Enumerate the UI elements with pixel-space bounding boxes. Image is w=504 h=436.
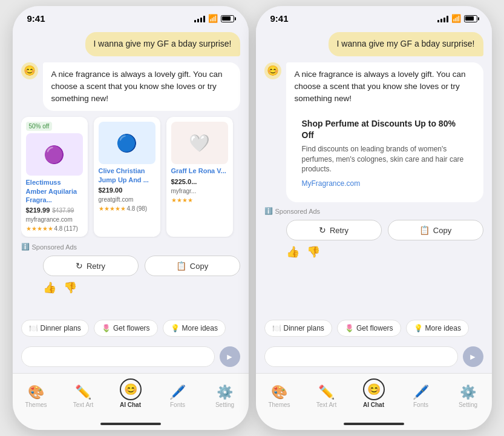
nav-fonts-right[interactable]: 🖊️ Fonts: [404, 385, 438, 408]
user-message-left: I wanna give my GF a bday surprise!: [85, 32, 240, 56]
themes-icon-left: 🎨: [28, 385, 44, 400]
thumbs-up-left[interactable]: 👍: [43, 281, 56, 294]
ideas-emoji-right: 💡: [414, 324, 423, 332]
product-card-1[interactable]: 50% off 🟣 Electimuss Amber Aquilaria Fra…: [21, 117, 88, 237]
bottom-nav-left: 🎨 Themes ✏️ Text Art 😊 AI Chat 🖊️ Fonts …: [13, 373, 249, 418]
fonts-icon-right: 🖊️: [413, 385, 429, 400]
dinner-emoji-right: 🍽️: [272, 324, 281, 332]
product-price-1: $219.99: [26, 206, 50, 214]
chat-area-left: I wanna give my GF a bday surprise! 😊 A …: [13, 26, 249, 315]
retry-button-right[interactable]: ↻ Retry: [286, 220, 382, 240]
product-store-3: myfragr...: [171, 188, 228, 194]
like-row-right: 👍 👎: [264, 245, 483, 259]
left-phone: 9:41 📶 I wanna give my GF a bday surpris…: [13, 6, 249, 430]
product-price-3: $225.0...: [171, 178, 197, 185]
send-button-right[interactable]: ►: [463, 346, 483, 367]
nav-setting-right[interactable]: ⚙️ Setting: [451, 385, 485, 408]
nav-aichat-left[interactable]: 😊 AI Chat: [114, 378, 148, 408]
nav-label-themes-right: Themes: [268, 401, 290, 408]
product-stars-3: ★★★★: [171, 197, 228, 203]
thumbs-down-left[interactable]: 👎: [64, 281, 77, 294]
nav-label-textart-right: Text Art: [316, 401, 336, 408]
status-icons-left: 📶: [194, 14, 234, 23]
copy-button-left[interactable]: 📋 Copy: [145, 256, 240, 276]
user-message-right: I wanna give my GF a bday surprise!: [329, 32, 483, 56]
chat-input-right[interactable]: [264, 346, 458, 367]
battery-icon: [221, 15, 234, 22]
product-store-1: myfragrance.com: [26, 216, 83, 223]
status-time-right: 9:41: [270, 13, 289, 24]
stars-3: ★★★★: [171, 197, 193, 203]
nav-label-textart-left: Text Art: [73, 401, 93, 408]
product-price-old-1: $437.99: [52, 207, 74, 214]
ad-link-right[interactable]: MyFragrance.com: [302, 178, 468, 189]
product-image-2: 🔵: [99, 122, 155, 164]
chat-area-right: I wanna give my GF a bday surprise! 😊 A …: [256, 26, 492, 315]
rating-2: 4.8: [127, 205, 136, 212]
input-bar-left: ►: [13, 342, 249, 373]
nav-themes-left[interactable]: 🎨 Themes: [19, 385, 53, 408]
phones-container: 9:41 📶 I wanna give my GF a bday surpris…: [13, 6, 492, 430]
product-card-2[interactable]: 🔵 Clive Christian Jump Up And ... $219.0…: [94, 117, 160, 237]
retry-button-left[interactable]: ↻ Retry: [43, 256, 139, 276]
nav-themes-right[interactable]: 🎨 Themes: [263, 385, 296, 408]
home-indicator-left: [13, 418, 249, 430]
right-phone: 9:41 📶 I wanna give my GF a bday surpris…: [256, 6, 492, 430]
nav-textart-left[interactable]: ✏️ Text Art: [67, 385, 100, 408]
nav-setting-left[interactable]: ⚙️ Setting: [208, 385, 242, 408]
count-2: (98): [136, 205, 147, 212]
nav-label-fonts-right: Fonts: [413, 401, 428, 408]
nav-label-aichat-left: AI Chat: [120, 401, 141, 408]
retry-icon-left: ↻: [76, 261, 83, 271]
status-time-left: 9:41: [27, 13, 45, 24]
ad-card-right[interactable]: Shop Perfume at Discounts Up to 80% Off …: [295, 111, 475, 196]
product-stars-1: ★★★★★ 4.8 (117): [26, 225, 83, 232]
like-row-left: 👍 👎: [21, 281, 240, 294]
chat-input-left[interactable]: [21, 346, 215, 367]
products-scroll-left[interactable]: 50% off 🟣 Electimuss Amber Aquilaria Fra…: [21, 116, 240, 238]
nav-textart-right[interactable]: ✏️ Text Art: [310, 385, 344, 408]
nav-label-aichat-right: AI Chat: [363, 401, 384, 408]
ai-message-block-left: 😊 A nice fragrance is always a lovely gi…: [21, 62, 240, 295]
product-price-row-3: $225.0...: [171, 178, 228, 185]
home-bar-right: [344, 423, 404, 425]
copy-icon-left: 📋: [176, 261, 186, 271]
suggestion-flowers-right[interactable]: 🌷 Get flowers: [337, 320, 401, 337]
suggestions-bar-left: 🍽️ Dinner plans 🌷 Get flowers 💡 More ide…: [13, 315, 249, 342]
suggestion-dinner-right[interactable]: 🍽️ Dinner plans: [264, 320, 332, 337]
sponsored-icon-left: ℹ️: [21, 243, 30, 251]
send-button-left[interactable]: ►: [220, 346, 240, 367]
signal-icon: [194, 15, 205, 22]
ai-avatar-right: 😊: [264, 62, 281, 79]
nav-label-setting-left: Setting: [215, 401, 234, 408]
suggestion-flowers-left[interactable]: 🌷 Get flowers: [94, 320, 158, 337]
action-buttons-left: ↻ Retry 📋 Copy: [21, 256, 240, 276]
copy-icon-right: 📋: [419, 225, 430, 235]
product-stars-2: ★★★★★ 4.8 (98): [99, 205, 155, 212]
suggestions-bar-right: 🍽️ Dinner plans 🌷 Get flowers 💡 More ide…: [256, 315, 492, 342]
wifi-icon-right: 📶: [451, 14, 461, 23]
suggestion-ideas-right[interactable]: 💡 More ideas: [406, 320, 469, 337]
product-name-3: Graff Le Rona V...: [171, 167, 228, 175]
suggestion-ideas-left[interactable]: 💡 More ideas: [163, 320, 226, 337]
thumbs-down-right[interactable]: 👎: [307, 245, 320, 259]
nav-fonts-left[interactable]: 🖊️ Fonts: [161, 385, 195, 408]
product-store-2: greatgift.com: [99, 196, 155, 203]
copy-button-right[interactable]: 📋 Copy: [388, 220, 483, 240]
nav-aichat-right[interactable]: 😊 AI Chat: [357, 378, 391, 408]
product-price-row-2: $219.00: [99, 187, 155, 194]
aichat-icon-left: 😊: [120, 378, 142, 400]
action-buttons-right: ↻ Retry 📋 Copy: [264, 220, 483, 240]
nav-label-fonts-left: Fonts: [170, 401, 185, 408]
retry-icon-right: ↻: [319, 225, 326, 235]
product-name-1: Electimuss Amber Aquilaria Fragra...: [26, 178, 83, 204]
nav-label-themes-left: Themes: [25, 401, 47, 408]
dinner-emoji-left: 🍽️: [29, 324, 38, 332]
product-card-3[interactable]: 🤍 Graff Le Rona V... $225.0... myfragr..…: [166, 117, 233, 237]
thumbs-up-right[interactable]: 👍: [286, 245, 299, 259]
setting-icon-left: ⚙️: [217, 385, 233, 400]
setting-icon-right: ⚙️: [460, 385, 476, 400]
suggestion-dinner-left[interactable]: 🍽️ Dinner plans: [21, 320, 89, 337]
ad-title-right: Shop Perfume at Discounts Up to 80% Off: [302, 118, 468, 140]
ai-avatar-left: 😊: [21, 62, 38, 79]
